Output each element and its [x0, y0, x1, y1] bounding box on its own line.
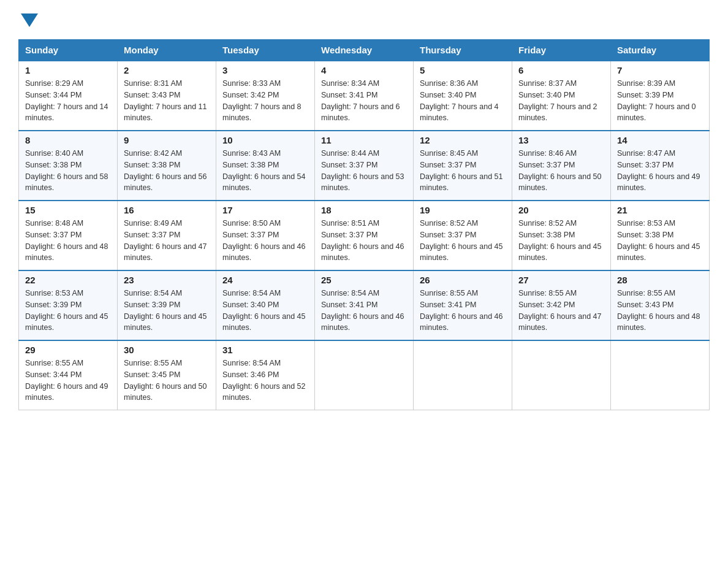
calendar-week-row: 15Sunrise: 8:48 AMSunset: 3:37 PMDayligh…: [19, 201, 710, 270]
day-info: Sunrise: 8:36 AMSunset: 3:40 PMDaylight:…: [420, 78, 506, 124]
calendar-cell: 22Sunrise: 8:53 AMSunset: 3:39 PMDayligh…: [19, 270, 118, 340]
day-info: Sunrise: 8:52 AMSunset: 3:38 PMDaylight:…: [518, 218, 604, 264]
weekday-header-thursday: Thursday: [414, 40, 512, 61]
day-info: Sunrise: 8:52 AMSunset: 3:37 PMDaylight:…: [420, 218, 506, 264]
calendar-cell: 3Sunrise: 8:33 AMSunset: 3:42 PMDaylight…: [216, 61, 315, 131]
day-number: 21: [617, 205, 703, 215]
day-info: Sunrise: 8:49 AMSunset: 3:37 PMDaylight:…: [124, 218, 210, 264]
calendar-cell: 13Sunrise: 8:46 AMSunset: 3:37 PMDayligh…: [512, 131, 611, 201]
day-info: Sunrise: 8:48 AMSunset: 3:37 PMDaylight:…: [25, 218, 111, 264]
day-number: 29: [25, 345, 111, 355]
calendar-table: SundayMondayTuesdayWednesdayThursdayFrid…: [18, 39, 710, 410]
day-info: Sunrise: 8:40 AMSunset: 3:38 PMDaylight:…: [25, 148, 111, 194]
day-info: Sunrise: 8:29 AMSunset: 3:44 PMDaylight:…: [25, 78, 111, 124]
calendar-cell: 18Sunrise: 8:51 AMSunset: 3:37 PMDayligh…: [315, 201, 414, 270]
day-info: Sunrise: 8:50 AMSunset: 3:37 PMDaylight:…: [222, 218, 308, 264]
calendar-cell: 5Sunrise: 8:36 AMSunset: 3:40 PMDaylight…: [414, 61, 512, 131]
day-info: Sunrise: 8:43 AMSunset: 3:38 PMDaylight:…: [222, 148, 308, 194]
calendar-cell: 28Sunrise: 8:55 AMSunset: 3:43 PMDayligh…: [611, 270, 710, 340]
day-number: 14: [617, 135, 703, 145]
calendar-week-row: 1Sunrise: 8:29 AMSunset: 3:44 PMDaylight…: [19, 61, 710, 131]
day-number: 10: [222, 135, 308, 145]
day-number: 5: [420, 65, 506, 75]
calendar-cell: 11Sunrise: 8:44 AMSunset: 3:37 PMDayligh…: [315, 131, 414, 201]
day-info: Sunrise: 8:54 AMSunset: 3:41 PMDaylight:…: [321, 288, 407, 334]
calendar-week-row: 29Sunrise: 8:55 AMSunset: 3:44 PMDayligh…: [19, 340, 710, 410]
day-number: 6: [518, 65, 604, 75]
logo: [18, 12, 38, 27]
day-number: 12: [420, 135, 506, 145]
weekday-header-wednesday: Wednesday: [315, 40, 414, 61]
calendar-cell: 10Sunrise: 8:43 AMSunset: 3:38 PMDayligh…: [216, 131, 315, 201]
day-number: 26: [420, 275, 506, 285]
day-number: 24: [222, 275, 308, 285]
day-info: Sunrise: 8:34 AMSunset: 3:41 PMDaylight:…: [321, 78, 407, 124]
calendar-cell: [315, 340, 414, 410]
day-info: Sunrise: 8:55 AMSunset: 3:44 PMDaylight:…: [25, 358, 111, 404]
calendar-cell: 23Sunrise: 8:54 AMSunset: 3:39 PMDayligh…: [118, 270, 216, 340]
calendar-cell: [512, 340, 611, 410]
day-info: Sunrise: 8:55 AMSunset: 3:41 PMDaylight:…: [420, 288, 506, 334]
calendar-cell: 9Sunrise: 8:42 AMSunset: 3:38 PMDaylight…: [118, 131, 216, 201]
day-info: Sunrise: 8:39 AMSunset: 3:39 PMDaylight:…: [617, 78, 703, 124]
calendar-cell: 29Sunrise: 8:55 AMSunset: 3:44 PMDayligh…: [19, 340, 118, 410]
calendar-body: 1Sunrise: 8:29 AMSunset: 3:44 PMDaylight…: [19, 61, 710, 410]
calendar-cell: 2Sunrise: 8:31 AMSunset: 3:43 PMDaylight…: [118, 61, 216, 131]
day-number: 9: [124, 135, 210, 145]
day-number: 25: [321, 275, 407, 285]
calendar-cell: 25Sunrise: 8:54 AMSunset: 3:41 PMDayligh…: [315, 270, 414, 340]
day-info: Sunrise: 8:53 AMSunset: 3:38 PMDaylight:…: [617, 218, 703, 264]
calendar-cell: [414, 340, 512, 410]
day-info: Sunrise: 8:37 AMSunset: 3:40 PMDaylight:…: [518, 78, 604, 124]
calendar-cell: 24Sunrise: 8:54 AMSunset: 3:40 PMDayligh…: [216, 270, 315, 340]
day-info: Sunrise: 8:54 AMSunset: 3:39 PMDaylight:…: [124, 288, 210, 334]
day-number: 11: [321, 135, 407, 145]
calendar-cell: 1Sunrise: 8:29 AMSunset: 3:44 PMDaylight…: [19, 61, 118, 131]
day-number: 30: [124, 345, 210, 355]
day-number: 16: [124, 205, 210, 215]
logo-triangle-icon: [21, 13, 38, 27]
calendar-cell: 6Sunrise: 8:37 AMSunset: 3:40 PMDaylight…: [512, 61, 611, 131]
day-number: 8: [25, 135, 111, 145]
day-info: Sunrise: 8:45 AMSunset: 3:37 PMDaylight:…: [420, 148, 506, 194]
calendar-cell: 15Sunrise: 8:48 AMSunset: 3:37 PMDayligh…: [19, 201, 118, 270]
calendar-cell: 7Sunrise: 8:39 AMSunset: 3:39 PMDaylight…: [611, 61, 710, 131]
day-info: Sunrise: 8:42 AMSunset: 3:38 PMDaylight:…: [124, 148, 210, 194]
day-number: 4: [321, 65, 407, 75]
day-info: Sunrise: 8:47 AMSunset: 3:37 PMDaylight:…: [617, 148, 703, 194]
day-number: 3: [222, 65, 308, 75]
day-number: 22: [25, 275, 111, 285]
weekday-header-sunday: Sunday: [19, 40, 118, 61]
day-number: 28: [617, 275, 703, 285]
day-number: 27: [518, 275, 604, 285]
day-number: 18: [321, 205, 407, 215]
calendar-header: SundayMondayTuesdayWednesdayThursdayFrid…: [19, 40, 710, 61]
weekday-header-tuesday: Tuesday: [216, 40, 315, 61]
calendar-cell: 19Sunrise: 8:52 AMSunset: 3:37 PMDayligh…: [414, 201, 512, 270]
day-info: Sunrise: 8:33 AMSunset: 3:42 PMDaylight:…: [222, 78, 308, 124]
day-info: Sunrise: 8:55 AMSunset: 3:43 PMDaylight:…: [617, 288, 703, 334]
calendar-cell: 30Sunrise: 8:55 AMSunset: 3:45 PMDayligh…: [118, 340, 216, 410]
day-info: Sunrise: 8:54 AMSunset: 3:46 PMDaylight:…: [222, 358, 308, 404]
day-info: Sunrise: 8:53 AMSunset: 3:39 PMDaylight:…: [25, 288, 111, 334]
page-header: [18, 12, 710, 27]
day-number: 15: [25, 205, 111, 215]
day-info: Sunrise: 8:51 AMSunset: 3:37 PMDaylight:…: [321, 218, 407, 264]
day-number: 1: [25, 65, 111, 75]
calendar-cell: 26Sunrise: 8:55 AMSunset: 3:41 PMDayligh…: [414, 270, 512, 340]
calendar-cell: 21Sunrise: 8:53 AMSunset: 3:38 PMDayligh…: [611, 201, 710, 270]
day-info: Sunrise: 8:44 AMSunset: 3:37 PMDaylight:…: [321, 148, 407, 194]
day-number: 2: [124, 65, 210, 75]
calendar-cell: 12Sunrise: 8:45 AMSunset: 3:37 PMDayligh…: [414, 131, 512, 201]
day-info: Sunrise: 8:55 AMSunset: 3:42 PMDaylight:…: [518, 288, 604, 334]
day-number: 7: [617, 65, 703, 75]
calendar-cell: 8Sunrise: 8:40 AMSunset: 3:38 PMDaylight…: [19, 131, 118, 201]
day-number: 23: [124, 275, 210, 285]
weekday-header-saturday: Saturday: [611, 40, 710, 61]
day-number: 13: [518, 135, 604, 145]
calendar-cell: 17Sunrise: 8:50 AMSunset: 3:37 PMDayligh…: [216, 201, 315, 270]
calendar-cell: 16Sunrise: 8:49 AMSunset: 3:37 PMDayligh…: [118, 201, 216, 270]
day-info: Sunrise: 8:31 AMSunset: 3:43 PMDaylight:…: [124, 78, 210, 124]
day-number: 20: [518, 205, 604, 215]
calendar-cell: 27Sunrise: 8:55 AMSunset: 3:42 PMDayligh…: [512, 270, 611, 340]
